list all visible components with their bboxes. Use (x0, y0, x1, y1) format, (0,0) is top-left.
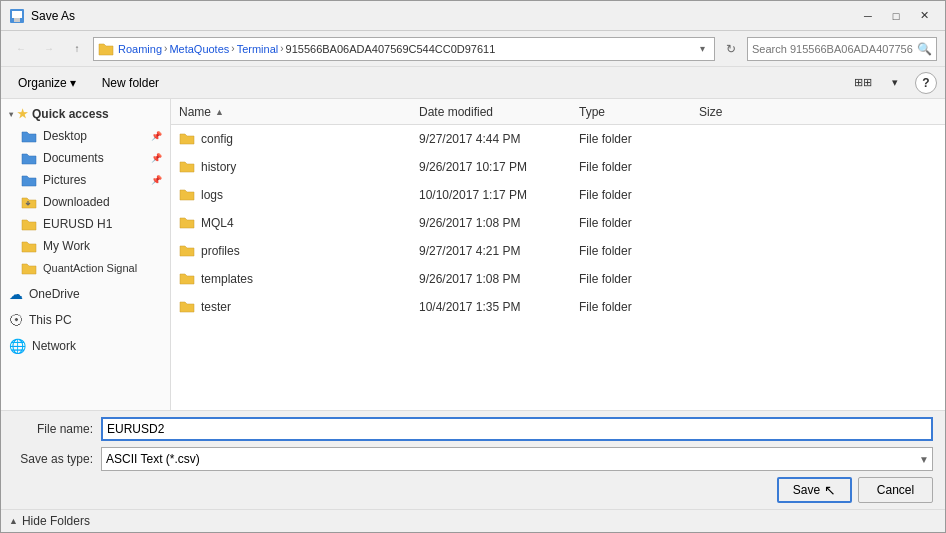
back-button[interactable]: ← (9, 37, 33, 61)
sidebar-item-desktop[interactable]: Desktop 📌 (1, 125, 170, 147)
network-section: 🌐 Network (1, 335, 170, 357)
file-type: File folder (579, 160, 699, 174)
new-folder-button[interactable]: New folder (93, 72, 168, 94)
view-dropdown-icon: ▾ (892, 76, 898, 89)
save-cursor-icon: ↖ (824, 482, 836, 498)
sidebar-item-quantaction[interactable]: QuantAction Signal (1, 257, 170, 279)
sidebar-item-downloaded[interactable]: Downloaded (1, 191, 170, 213)
search-input[interactable] (752, 43, 913, 55)
hide-folders-chevron-icon: ▲ (9, 516, 18, 526)
mywork-folder-icon (21, 238, 37, 254)
file-type: File folder (579, 132, 699, 146)
file-panel: Name ▲ Date modified Type Size (171, 99, 945, 410)
up-button[interactable]: ↑ (65, 37, 89, 61)
hide-folders-row[interactable]: ▲ Hide Folders (1, 509, 945, 532)
save-label: Save (793, 483, 820, 497)
table-row[interactable]: profiles 9/27/2017 4:21 PM File folder (171, 237, 945, 265)
filename-input[interactable] (101, 417, 933, 441)
sidebar-item-eurusd-label: EURUSD H1 (43, 217, 112, 231)
quick-access-chevron: ▾ (9, 110, 13, 119)
action-buttons-row: Save ↖ Cancel (13, 477, 933, 503)
col-header-name[interactable]: Name ▲ (179, 105, 419, 119)
sidebar-item-quantaction-label: QuantAction Signal (43, 262, 137, 274)
pin-icon-documents: 📌 (151, 153, 162, 163)
help-button[interactable]: ? (915, 72, 937, 94)
file-name: history (201, 160, 236, 174)
search-icon: 🔍 (917, 42, 932, 56)
file-date: 10/10/2017 1:17 PM (419, 188, 579, 202)
documents-folder-icon (21, 150, 37, 166)
table-row[interactable]: config 9/27/2017 4:44 PM File folder (171, 125, 945, 153)
organize-dropdown-icon: ▾ (70, 76, 76, 90)
refresh-button[interactable]: ↻ (719, 37, 743, 61)
quantaction-folder-icon (21, 260, 37, 276)
saveastype-select[interactable]: ASCII Text (*.csv)CSV (Comma delimited) … (101, 447, 933, 471)
eurusd-folder-icon (21, 216, 37, 232)
action-toolbar: Organize ▾ New folder ⊞⊞ ▾ ? (1, 67, 945, 99)
hide-folders-label: Hide Folders (22, 514, 90, 528)
minimize-button[interactable]: ─ (855, 6, 881, 26)
sidebar-item-mywork[interactable]: My Work (1, 235, 170, 257)
sidebar-item-eurusd[interactable]: EURUSD H1 (1, 213, 170, 235)
folder-address-icon (98, 41, 114, 57)
file-date: 10/4/2017 1:35 PM (419, 300, 579, 314)
sidebar-item-network[interactable]: 🌐 Network (1, 335, 170, 357)
cancel-label: Cancel (877, 483, 914, 497)
close-button[interactable]: ✕ (911, 6, 937, 26)
maximize-button[interactable]: □ (883, 6, 909, 26)
sidebar-item-documents[interactable]: Documents 📌 (1, 147, 170, 169)
thispc-section: 🖸 This PC (1, 309, 170, 331)
forward-icon: → (44, 43, 54, 54)
table-row[interactable]: templates 9/26/2017 1:08 PM File folder (171, 265, 945, 293)
sidebar: ▾ ★ Quick access Desktop 📌 Documents 📌 (1, 99, 171, 410)
breadcrumb-metaquotes[interactable]: MetaQuotes (169, 43, 229, 55)
saveastype-row: Save as type: ASCII Text (*.csv)CSV (Com… (13, 447, 933, 471)
network-icon: 🌐 (9, 338, 26, 354)
sidebar-item-mywork-label: My Work (43, 239, 90, 253)
quick-access-header[interactable]: ▾ ★ Quick access (1, 103, 170, 125)
sidebar-item-pictures-label: Pictures (43, 173, 86, 187)
file-list: config 9/27/2017 4:44 PM File folder his… (171, 125, 945, 410)
view-dropdown-button[interactable]: ▾ (883, 72, 907, 94)
new-folder-label: New folder (102, 76, 159, 90)
address-bar[interactable]: Roaming › MetaQuotes › Terminal › 915566… (93, 37, 715, 61)
file-date: 9/26/2017 10:17 PM (419, 160, 579, 174)
sidebar-item-thispc-label: This PC (29, 313, 72, 327)
quick-access-icon: ★ (17, 107, 28, 121)
folder-icon (179, 187, 195, 204)
sidebar-item-onedrive[interactable]: ☁ OneDrive (1, 283, 170, 305)
save-as-dialog: Save As ─ □ ✕ ← → ↑ Roaming › MetaQuotes… (0, 0, 946, 533)
back-icon: ← (16, 43, 26, 54)
address-toolbar: ← → ↑ Roaming › MetaQuotes › Terminal › … (1, 31, 945, 67)
table-row[interactable]: logs 10/10/2017 1:17 PM File folder (171, 181, 945, 209)
col-header-type[interactable]: Type (579, 105, 699, 119)
file-type: File folder (579, 216, 699, 230)
file-date: 9/27/2017 4:21 PM (419, 244, 579, 258)
sidebar-item-pictures[interactable]: Pictures 📌 (1, 169, 170, 191)
table-row[interactable]: tester 10/4/2017 1:35 PM File folder (171, 293, 945, 321)
address-dropdown-button[interactable]: ▾ (694, 39, 710, 59)
organize-button[interactable]: Organize ▾ (9, 72, 85, 94)
file-date: 9/26/2017 1:08 PM (419, 272, 579, 286)
file-date: 9/27/2017 4:44 PM (419, 132, 579, 146)
sidebar-item-desktop-label: Desktop (43, 129, 87, 143)
col-header-date[interactable]: Date modified (419, 105, 579, 119)
table-row[interactable]: MQL4 9/26/2017 1:08 PM File folder (171, 209, 945, 237)
pictures-folder-icon (21, 172, 37, 188)
save-button[interactable]: Save ↖ (777, 477, 852, 503)
breadcrumb-roaming[interactable]: Roaming (118, 43, 162, 55)
table-row[interactable]: history 9/26/2017 10:17 PM File folder (171, 153, 945, 181)
view-button[interactable]: ⊞⊞ (851, 72, 875, 94)
sidebar-item-thispc[interactable]: 🖸 This PC (1, 309, 170, 331)
svg-rect-1 (12, 11, 22, 18)
cancel-button[interactable]: Cancel (858, 477, 933, 503)
forward-button[interactable]: → (37, 37, 61, 61)
file-list-header: Name ▲ Date modified Type Size (171, 99, 945, 125)
view-icon: ⊞⊞ (854, 76, 872, 89)
refresh-icon: ↻ (726, 42, 736, 56)
col-header-size[interactable]: Size (699, 105, 779, 119)
file-type: File folder (579, 300, 699, 314)
filename-row: File name: (13, 417, 933, 441)
sort-arrow-icon: ▲ (215, 107, 224, 117)
breadcrumb-terminal[interactable]: Terminal (237, 43, 279, 55)
